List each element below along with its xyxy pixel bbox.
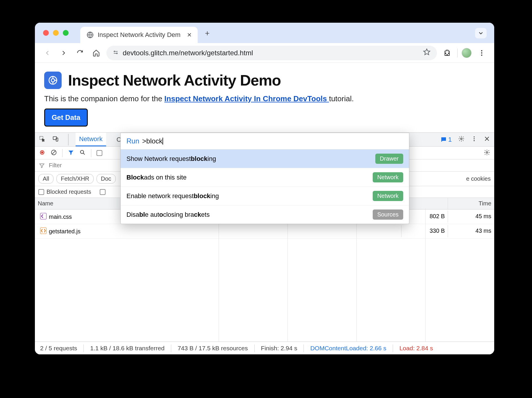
command-badge: Sources [373,209,403,220]
inspect-icon[interactable] [39,136,45,144]
page-content: Inspect Network Activity Demo This is th… [35,63,494,133]
chip-fetch[interactable]: Fetch/XHR [56,174,94,184]
status-bar: 2 / 5 requests 1.1 kB / 18.6 kB transfer… [35,342,494,354]
devtools-menu-icon[interactable] [471,136,477,144]
clear-icon[interactable] [51,149,57,157]
blocked-requests-label: Blocked requests [47,189,91,195]
command-badge: Network [373,191,403,201]
command-input[interactable]: Run >block [121,133,409,150]
row-time: 45 ms [448,211,494,223]
row-name: getstarted.js [49,228,81,234]
svg-point-18 [81,150,84,153]
forward-button[interactable] [58,47,70,59]
record-icon[interactable] [39,149,45,157]
row-name: main.css [49,214,72,220]
profile-avatar[interactable] [462,48,472,58]
cmd-run-label: Run [126,137,139,145]
page-paragraph: This is the companion demo for the Inspe… [44,94,485,103]
js-file-icon [40,228,47,234]
back-button[interactable] [41,47,53,59]
status-transferred: 1.1 kB / 18.6 kB transferred [90,345,165,352]
close-tab-icon[interactable]: ✕ [187,31,192,38]
devtools-logo-icon [44,72,62,89]
command-item[interactable]: Show Network request blockingDrawer [121,150,409,168]
svg-point-12 [474,136,475,137]
chrome-menu-icon[interactable] [476,47,488,59]
home-button[interactable] [90,47,102,59]
svg-point-11 [460,138,462,140]
para-suffix: tutorial. [329,94,354,103]
tutorial-link[interactable]: Inspect Network Activity In Chrome DevTo… [164,94,329,103]
row-time: 43 ms [448,225,494,237]
bookmark-icon[interactable] [423,48,431,58]
close-window-icon[interactable] [43,30,49,36]
svg-point-5 [481,54,482,56]
command-menu: Run >block Show Network request blocking… [120,133,409,224]
filter-icon[interactable] [68,149,74,157]
tab-network[interactable]: Network [76,133,106,146]
svg-point-14 [474,140,475,141]
chip-all[interactable]: All [38,174,53,184]
toolbar-divider [457,49,458,57]
cookies-label: e cookies [466,175,491,182]
site-settings-icon[interactable] [113,49,119,57]
command-badge: Drawer [375,154,403,164]
maximize-window-icon[interactable] [63,30,69,36]
filter-input[interactable] [49,162,122,169]
css-file-icon [40,213,47,219]
row-size: 330 B [401,225,448,237]
svg-point-1 [114,51,115,52]
url-text: devtools.glitch.me/network/getstarted.ht… [123,49,253,57]
tablist-menu-button[interactable] [475,28,487,38]
svg-point-16 [41,151,43,153]
page-title: Inspect Network Activity Demo [68,72,281,89]
command-item[interactable]: Block ads on this siteNetwork [121,168,409,186]
globe-icon [87,31,94,38]
toolbar: devtools.glitch.me/network/getstarted.ht… [35,43,494,63]
network-settings-icon[interactable] [484,149,490,157]
status-requests: 2 / 5 requests [40,345,77,352]
search-icon[interactable] [79,149,86,157]
tab-strip: Inspect Network Activity Dem ✕ ＋ [35,23,494,43]
chip-doc[interactable]: Doc [97,174,116,184]
minimize-window-icon[interactable] [53,30,59,36]
browser-window: Inspect Network Activity Dem ✕ ＋ devtool… [35,23,494,354]
browser-tab[interactable]: Inspect Network Activity Dem ✕ [80,27,198,43]
new-tab-button[interactable]: ＋ [203,29,212,37]
tab-title: Inspect Network Activity Dem [98,31,181,39]
cmd-query: >block [142,137,163,145]
devtools-panel: Network Console Elements Sources Perform… [35,133,494,354]
third-party-check[interactable] [100,189,106,195]
para-prefix: This is the companion demo for the [44,94,164,103]
status-dcl: DOMContentLoaded: 2.66 s [310,345,386,352]
blocked-requests-check[interactable]: Blocked requests [38,189,91,195]
svg-point-3 [481,50,482,51]
settings-icon[interactable] [458,136,465,144]
issues-count: 1 [448,136,452,143]
table-row[interactable]: getstarted.js 330 B 43 ms [35,224,494,239]
reload-button[interactable] [74,47,86,59]
svg-point-13 [474,138,475,139]
close-devtools-icon[interactable] [484,136,490,144]
preserve-log-checkbox[interactable] [97,150,102,156]
status-resources: 743 B / 17.5 kB resources [178,345,248,352]
get-data-button[interactable]: Get Data [44,109,88,127]
status-load: Load: 2.84 s [399,345,433,352]
status-finish: Finish: 2.94 s [261,345,297,352]
device-toggle-icon[interactable] [52,136,59,144]
window-controls [43,30,69,36]
svg-point-4 [481,52,482,53]
command-item[interactable]: Disable auto closing bracketsSources [121,205,409,224]
command-item[interactable]: Enable network request blockingNetwork [121,186,409,205]
extensions-icon[interactable] [441,47,453,59]
svg-point-7 [51,79,54,82]
svg-point-2 [117,53,117,54]
svg-point-19 [486,152,488,153]
issues-badge[interactable]: 1 [440,136,452,143]
col-time[interactable]: Time [448,198,494,209]
address-bar[interactable]: devtools.glitch.me/network/getstarted.ht… [106,46,437,60]
command-badge: Network [373,172,403,182]
